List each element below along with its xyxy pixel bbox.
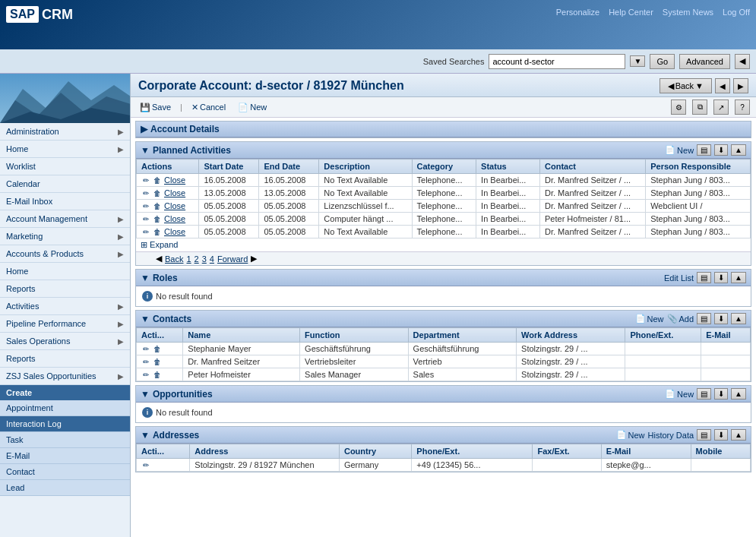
delete-btn[interactable]: 🗑 [152,345,163,353]
addresses-history-button[interactable]: History Data [648,431,694,440]
create-lead[interactable]: Lead [0,480,130,496]
roles-action2[interactable]: ⬇ [714,272,728,283]
help-icon-btn[interactable]: ? [735,100,750,115]
search-input[interactable] [489,54,625,69]
nav-prev-button[interactable]: ◀ [715,78,730,93]
contacts-collapse-btn[interactable]: ▲ [731,313,746,324]
account-details-header[interactable]: ▶ Account Details [136,122,751,137]
contacts-action2[interactable]: ⬇ [714,313,728,324]
page-1[interactable]: 1 [186,254,191,264]
opportunities-new-button[interactable]: 📄 New [665,389,694,399]
help-center-link[interactable]: Help Center [609,8,653,17]
sidebar-item-reports2[interactable]: Reports [0,350,130,368]
planned-activities-action2[interactable]: ⬇ [714,144,728,156]
edit-btn[interactable]: ✏ [141,358,150,366]
go-button[interactable]: Go [650,54,675,69]
sidebar-item-account-management[interactable]: Account Management ▶ [0,210,130,228]
create-task[interactable]: Task [0,432,130,448]
sidebar-item-reports[interactable]: Reports [0,280,130,298]
sidebar-item-zsj-sales[interactable]: ZSJ Sales Opportunities ▶ [0,368,130,385]
settings-icon-btn[interactable]: ⚙ [671,100,686,115]
planned-activities-action1[interactable]: ▤ [697,144,711,156]
page-3[interactable]: 3 [202,254,207,264]
addresses-header[interactable]: ▼ Addresses 📄 New History Data ▤ ⬇ ▲ [136,427,751,444]
close-link[interactable]: Close [164,201,185,210]
delete-btn[interactable]: 🗑 [152,176,163,185]
opps-action2[interactable]: ⬇ [714,388,728,400]
opps-action1[interactable]: ▤ [697,388,711,400]
cancel-button[interactable]: ✕ Cancel [188,102,229,113]
edit-btn[interactable]: ✏ [141,345,150,353]
sidebar-item-calendar[interactable]: Calendar [0,175,130,193]
save-icon: 💾 [140,103,150,112]
planned-activities-new-button[interactable]: 📄 New [665,145,694,155]
delete-btn[interactable]: 🗑 [152,371,163,379]
edit-btn[interactable]: ✏ [141,176,150,185]
new-doc-icon: 📄 [665,145,675,155]
save-button[interactable]: 💾 Save [137,102,174,113]
nav-next-button[interactable]: ▶ [733,78,748,93]
edit-btn[interactable]: ✏ [141,202,150,210]
addr-collapse-btn[interactable]: ▲ [731,429,746,441]
create-contact[interactable]: Contact [0,464,130,480]
sidebar-item-marketing[interactable]: Marketing ▶ [0,228,130,245]
arrow-icon: ▶ [118,232,124,241]
delete-btn[interactable]: 🗑 [152,215,163,223]
delete-btn[interactable]: 🗑 [152,202,163,210]
sidebar-item-administration[interactable]: Administration ▶ [0,123,130,141]
close-link[interactable]: Close [164,175,185,185]
expand-button[interactable]: ⊞ Expand [141,240,178,249]
addr-action1[interactable]: ▤ [697,429,711,441]
sidebar-item-home2[interactable]: Home [0,263,130,280]
page-2[interactable]: 2 [195,254,199,264]
delete-btn[interactable]: 🗑 [152,358,163,366]
close-link[interactable]: Close [164,227,185,236]
copy-icon-btn[interactable]: ⧉ [692,100,707,115]
pagination-back-label[interactable]: Back [165,254,183,264]
sidebar-item-sales-operations[interactable]: Sales Operations ▶ [0,333,130,350]
pagination-forward-label[interactable]: Forward [217,254,248,264]
new-button[interactable]: 📄 New [235,102,270,113]
delete-btn[interactable]: 🗑 [152,228,163,236]
roles-collapse-btn[interactable]: ▲ [731,272,746,283]
contacts-add-button[interactable]: 📎 Add [667,314,694,324]
sidebar-item-pipeline-performance[interactable]: Pipeline Performance ▶ [0,315,130,333]
close-link[interactable]: Close [164,214,185,223]
close-link[interactable]: Close [164,188,185,197]
opportunities-header[interactable]: ▼ Opportunities 📄 New ▤ ⬇ ▲ [136,386,751,403]
planned-activities-header[interactable]: ▼ Planned Activities 📄 New ▤ ⬇ ▲ [136,142,751,159]
page-4[interactable]: 4 [210,254,214,264]
planned-activities-collapse-btn[interactable]: ▲ [731,144,746,156]
roles-edit-list-button[interactable]: Edit List [664,273,694,283]
create-appointment[interactable]: Appointment [0,400,130,416]
sidebar-item-worklist[interactable]: Worklist [0,158,130,175]
export-icon-btn[interactable]: ↗ [713,100,729,115]
edit-btn[interactable]: ✏ [141,228,150,236]
personalize-link[interactable]: Personalize [556,8,599,17]
collapse-search-button[interactable]: ◀ [735,54,750,69]
edit-btn[interactable]: ✏ [141,461,150,469]
edit-btn[interactable]: ✏ [141,189,150,197]
back-button[interactable]: ◀ Back ▼ [660,78,712,93]
contacts-header[interactable]: ▼ Contacts 📄 New 📎 Add ▤ ⬇ ▲ [136,311,751,327]
log-off-link[interactable]: Log Off [723,8,750,17]
create-interaction-log[interactable]: Interaction Log [0,416,130,432]
create-email[interactable]: E-Mail [0,448,130,464]
sidebar-item-accounts-products[interactable]: Accounts & Products ▶ [0,245,130,263]
addresses-new-button[interactable]: 📄 New [616,430,645,440]
roles-action1[interactable]: ▤ [697,272,711,283]
addr-action2[interactable]: ⬇ [714,429,728,441]
delete-btn[interactable]: 🗑 [152,189,163,197]
contacts-new-button[interactable]: 📄 New [635,314,664,324]
contacts-action1[interactable]: ▤ [697,313,711,324]
sidebar-item-home[interactable]: Home ▶ [0,141,130,158]
edit-btn[interactable]: ✏ [141,371,150,379]
edit-btn[interactable]: ✏ [141,215,150,223]
dropdown-arrow-icon[interactable]: ▼ [630,55,645,67]
roles-header[interactable]: ▼ Roles Edit List ▤ ⬇ ▲ [136,270,751,286]
opps-collapse-btn[interactable]: ▲ [731,388,746,400]
sidebar-item-email-inbox[interactable]: E-Mail Inbox [0,193,130,210]
advanced-button[interactable]: Advanced [679,54,730,69]
system-news-link[interactable]: System News [663,8,713,17]
sidebar-item-activities[interactable]: Activities ▶ [0,298,130,315]
